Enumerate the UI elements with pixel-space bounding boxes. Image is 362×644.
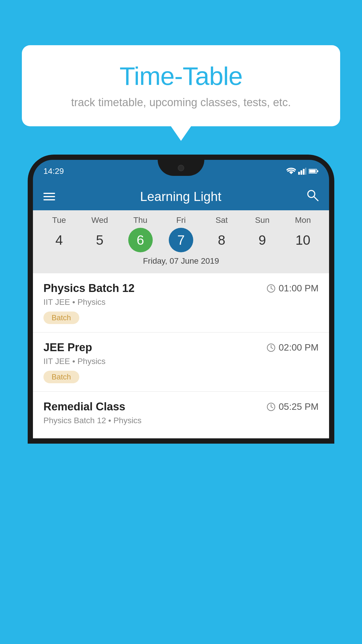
day-number: 4 [47, 228, 71, 252]
day-number: 7 [169, 228, 193, 252]
day-name: Tue [52, 216, 66, 225]
calendar-day[interactable]: Sun9 [245, 216, 280, 252]
schedule-item[interactable]: JEE Prep02:00 PMIIT JEE • PhysicsBatch [33, 332, 329, 392]
wifi-icon [287, 168, 296, 175]
calendar-strip: Tue4Wed5Thu6Fri7Sat8Sun9Mon10 Friday, 07… [33, 210, 329, 273]
day-number: 10 [291, 228, 315, 252]
search-button[interactable] [306, 189, 319, 204]
batch-badge: Batch [43, 371, 79, 383]
menu-button[interactable] [43, 193, 55, 200]
status-time: 14:29 [43, 167, 64, 176]
schedule-list: Physics Batch 1201:00 PMIIT JEE • Physic… [33, 273, 329, 438]
svg-rect-0 [298, 172, 300, 175]
time-text: 05:25 PM [279, 401, 319, 412]
svg-line-11 [271, 288, 273, 289]
phone-outer: 14:29 [28, 155, 334, 444]
day-number: 8 [209, 228, 234, 252]
schedule-item-title: Physics Batch 12 [43, 282, 135, 295]
calendar-day[interactable]: Wed5 [82, 216, 117, 252]
schedule-item-title: Remedial Class [43, 400, 125, 413]
calendar-day[interactable]: Tue4 [42, 216, 77, 252]
day-name: Mon [295, 216, 311, 225]
notch [158, 160, 204, 176]
clock-icon [266, 284, 276, 293]
status-icons [287, 168, 319, 175]
bubble-title: Time-Table [39, 61, 323, 91]
clock-icon [266, 343, 276, 352]
calendar-day[interactable]: Sat8 [204, 216, 239, 252]
day-name: Sun [255, 216, 270, 225]
schedule-item-subtitle: Physics Batch 12 • Physics [43, 416, 319, 425]
schedule-item-header: Physics Batch 1201:00 PM [43, 282, 319, 295]
svg-rect-5 [309, 170, 316, 173]
schedule-item[interactable]: Remedial Class05:25 PMPhysics Batch 12 •… [33, 392, 329, 438]
app-title: Learning Light [140, 189, 222, 204]
day-name: Sat [215, 216, 228, 225]
schedule-item-title: JEE Prep [43, 341, 92, 354]
schedule-item-header: JEE Prep02:00 PM [43, 341, 319, 354]
time-text: 02:00 PM [279, 342, 319, 353]
day-name: Wed [92, 216, 108, 225]
battery-icon [309, 168, 319, 174]
day-name: Thu [133, 216, 147, 225]
day-number: 9 [250, 228, 275, 252]
schedule-item-time: 05:25 PM [266, 401, 319, 412]
svg-rect-6 [317, 170, 318, 172]
svg-rect-2 [303, 169, 305, 175]
svg-line-8 [314, 197, 318, 201]
svg-rect-1 [301, 170, 302, 175]
app-header: Learning Light [33, 183, 329, 210]
phone-wrapper: 14:29 [28, 155, 334, 644]
batch-badge: Batch [43, 312, 79, 324]
signal-icon [298, 168, 306, 175]
svg-line-17 [271, 407, 273, 408]
time-text: 01:00 PM [279, 283, 319, 294]
schedule-item-time: 02:00 PM [266, 342, 319, 353]
day-number: 6 [128, 228, 153, 252]
calendar-day[interactable]: Thu6 [123, 216, 158, 252]
clock-icon [266, 402, 276, 412]
calendar-date-label: Friday, 07 June 2019 [33, 252, 329, 271]
schedule-item-subtitle: IIT JEE • Physics [43, 298, 319, 307]
day-number: 5 [87, 228, 112, 252]
speech-bubble: Time-Table track timetable, upcoming cla… [22, 45, 340, 126]
bubble-subtitle: track timetable, upcoming classes, tests… [39, 96, 323, 109]
svg-line-14 [271, 348, 273, 349]
status-bar: 14:29 [33, 160, 329, 183]
schedule-item[interactable]: Physics Batch 1201:00 PMIIT JEE • Physic… [33, 273, 329, 332]
schedule-item-subtitle: IIT JEE • Physics [43, 357, 319, 366]
schedule-item-time: 01:00 PM [266, 283, 319, 294]
svg-rect-3 [305, 168, 306, 175]
schedule-item-header: Remedial Class05:25 PM [43, 400, 319, 413]
camera [178, 165, 184, 171]
day-name: Fri [176, 216, 186, 225]
calendar-days: Tue4Wed5Thu6Fri7Sat8Sun9Mon10 [33, 216, 329, 252]
calendar-day[interactable]: Fri7 [164, 216, 198, 252]
calendar-day[interactable]: Mon10 [285, 216, 320, 252]
